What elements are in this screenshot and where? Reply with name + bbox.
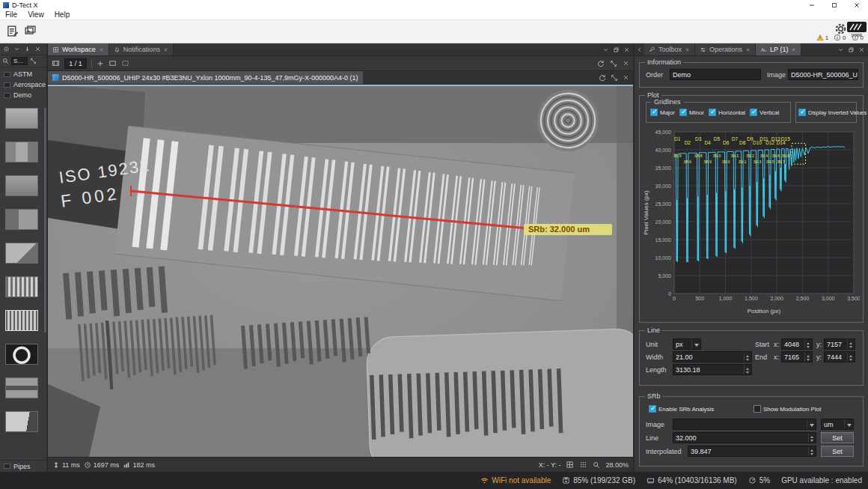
close-tab-icon[interactable] — [163, 47, 168, 52]
fit-screen-icon[interactable] — [610, 60, 617, 67]
spinner[interactable] — [808, 433, 816, 443]
float-panel-icon[interactable] — [848, 46, 855, 53]
order-field[interactable]: Demo — [670, 69, 761, 80]
close-icon[interactable] — [623, 74, 629, 81]
image-name-field[interactable]: D5000-HR_500006_UHIP 24x30 #B — [788, 69, 858, 80]
checkbox-display-inverted-values[interactable]: Display Inverted Values — [798, 109, 867, 116]
menu-view[interactable]: View — [22, 10, 49, 19]
layout-icon[interactable] — [109, 59, 117, 67]
menu-file[interactable]: File — [0, 10, 22, 19]
radiograph-viewer[interactable]: ISO 19232 F 002 — [48, 85, 633, 457]
image-manager-icon[interactable] — [22, 23, 37, 38]
tab-operations[interactable]: Operations — [695, 43, 756, 55]
pin-icon[interactable] — [24, 46, 31, 52]
fit-screen-icon[interactable] — [611, 74, 618, 82]
checkbox-show-modulation-plot[interactable]: Show Modulation Plot — [754, 405, 821, 413]
tab-notifications[interactable]: Notifications — [109, 43, 174, 55]
minimize-button[interactable] — [801, 0, 823, 10]
thumbnail[interactable] — [5, 209, 38, 230]
spinner[interactable] — [804, 352, 812, 362]
dots-grid-icon[interactable] — [579, 461, 587, 469]
close-tab-icon[interactable] — [745, 47, 751, 52]
spinner[interactable] — [804, 339, 812, 349]
tree-item-astm[interactable]: ASTM — [0, 69, 46, 79]
maximize-button[interactable] — [823, 0, 846, 10]
close-panel-icon[interactable] — [34, 46, 41, 52]
line-group: Line Unit px Start x: 4048 y: 7157 Width… — [639, 330, 864, 386]
close-tab-icon[interactable] — [99, 47, 104, 52]
film-icon[interactable] — [52, 59, 60, 67]
thumbnail[interactable] — [5, 175, 38, 196]
thumbnail[interactable] — [5, 377, 38, 398]
thumbnail[interactable] — [5, 276, 38, 297]
end-y-field[interactable]: 7444 — [824, 351, 855, 362]
tab-workspace[interactable]: Workspace — [48, 43, 109, 55]
target-icon[interactable] — [3, 46, 10, 52]
tree-item-pipes[interactable]: Pipes — [0, 460, 46, 472]
zoom-level[interactable]: 28.00% — [605, 461, 629, 469]
grid-toggle-icon[interactable] — [566, 461, 574, 469]
float-panel-icon[interactable] — [613, 46, 620, 53]
spinner[interactable] — [744, 352, 751, 362]
set-line-button[interactable]: Set — [821, 432, 854, 443]
add-icon[interactable] — [97, 60, 104, 67]
report-icon[interactable] — [4, 23, 19, 38]
spinner[interactable] — [808, 446, 816, 456]
spinner[interactable] — [847, 352, 855, 362]
set-interpolated-button[interactable]: Set — [821, 446, 854, 457]
thumbnail[interactable] — [5, 344, 38, 365]
close-button[interactable] — [846, 0, 868, 10]
thumbnail-selected[interactable] — [5, 310, 38, 331]
close-tab-icon[interactable] — [685, 47, 690, 52]
expand-search-icon[interactable] — [30, 58, 37, 64]
spinner[interactable] — [847, 339, 855, 349]
unit-select[interactable]: px — [673, 338, 701, 350]
line-profile-chart[interactable]: 05,00010,00015,00020,00025,00030,00035,0… — [641, 127, 860, 316]
close-icon[interactable] — [623, 60, 629, 67]
panel-menu-icon[interactable] — [837, 46, 844, 53]
srb-line-field[interactable]: 32.000 — [673, 432, 816, 443]
end-x-field[interactable]: 7165 — [781, 351, 813, 362]
search-input[interactable]: Search — [11, 57, 28, 65]
srb-unit-select[interactable]: um — [821, 419, 854, 430]
thumbnail[interactable] — [5, 411, 38, 432]
close-panel-icon[interactable] — [623, 46, 630, 53]
tab-toolbox[interactable]: Toolbox — [644, 43, 695, 55]
thumbnail[interactable] — [5, 142, 38, 163]
message-badge[interactable]: 0 — [852, 34, 864, 41]
warning-badge[interactable]: 1 — [816, 34, 828, 41]
srb-interpolated-field[interactable]: 39.847 — [688, 446, 816, 457]
window-title: D-Tect X — [12, 1, 38, 9]
checkbox-major[interactable]: Major — [650, 109, 675, 116]
thumbnail[interactable] — [5, 108, 38, 129]
panel-menu-icon[interactable] — [602, 46, 609, 53]
thumbnail-scrollbar[interactable] — [44, 108, 46, 332]
image-tab[interactable]: D5000-HR_500006_UHIP 24x30 #B3E3NU_Yxlon… — [48, 71, 363, 84]
checkbox-minor[interactable]: Minor — [679, 109, 704, 116]
refresh-icon[interactable] — [599, 74, 606, 82]
checkbox-enable-srb-analysis[interactable]: Enable SRb Analysis — [649, 405, 714, 413]
page-indicator[interactable]: 1 / 1 — [64, 58, 87, 69]
width-field[interactable]: 21.00 — [673, 351, 752, 362]
thumbnail[interactable] — [5, 243, 38, 264]
zoom-icon[interactable] — [593, 461, 600, 469]
start-y-field[interactable]: 7157 — [824, 338, 855, 350]
checkbox-vertical[interactable]: Vertical — [750, 109, 779, 116]
start-x-field[interactable]: 4048 — [781, 338, 813, 350]
tree-item-demo[interactable]: Demo — [0, 90, 46, 100]
chevron-down-icon[interactable] — [13, 46, 20, 52]
checkbox-box — [750, 109, 757, 116]
info-badge[interactable]: 0 — [834, 34, 846, 41]
spinner[interactable] — [744, 365, 751, 374]
marquee-icon[interactable] — [121, 59, 129, 67]
length-field[interactable]: 3130.18 — [673, 364, 752, 375]
srb-image-combo[interactable] — [673, 419, 816, 430]
tab-scroll-left-icon[interactable] — [636, 46, 643, 53]
tree-item-aerospace[interactable]: Aerospace — [0, 79, 46, 90]
checkbox-horizontal[interactable]: Horizontal — [709, 109, 745, 116]
refresh-icon[interactable] — [597, 60, 605, 67]
menu-help[interactable]: Help — [49, 10, 76, 19]
close-tab-icon[interactable] — [791, 47, 796, 52]
close-panel-icon[interactable] — [858, 46, 865, 53]
tab-lp[interactable]: LP (1) — [756, 43, 801, 55]
